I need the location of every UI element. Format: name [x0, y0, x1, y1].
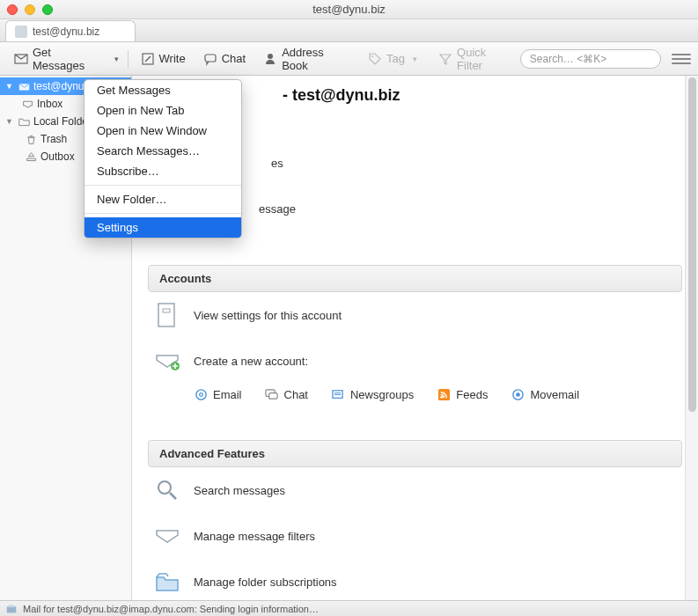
- trash-icon: [25, 133, 37, 145]
- row-manage-filters[interactable]: Manage message filters: [148, 513, 682, 559]
- svg-rect-7: [158, 304, 174, 326]
- movemail-icon: [511, 387, 525, 401]
- menu-search-messages[interactable]: Search Messages…: [84, 141, 241, 161]
- disclosure-triangle-icon[interactable]: ▼: [5, 82, 14, 91]
- activity-icon: [5, 603, 18, 615]
- tab-strip: test@dynu.biz: [0, 19, 698, 42]
- mail-account-icon: [18, 80, 30, 92]
- svg-point-4: [371, 55, 373, 57]
- envelope-icon: [14, 52, 28, 66]
- menu-open-new-window[interactable]: Open in New Window: [84, 121, 241, 141]
- outbox-icon: [25, 150, 37, 163]
- row-view-settings[interactable]: View settings for this account: [148, 292, 682, 338]
- svg-point-10: [195, 389, 205, 399]
- link-chat[interactable]: Chat: [265, 387, 308, 401]
- status-text: Mail for test@dynu.biz@imap.dynu.com: Se…: [23, 604, 319, 614]
- section-header-advanced: Advanced Features: [148, 440, 682, 467]
- link-email[interactable]: Email: [194, 387, 242, 401]
- search-placeholder: Search… <⌘K>: [530, 53, 606, 65]
- trash-label: Trash: [40, 133, 67, 145]
- svg-rect-15: [438, 388, 450, 400]
- address-book-button[interactable]: Address Book: [256, 42, 354, 76]
- rss-icon: [437, 387, 451, 401]
- manage-subs-label: Manage folder subscriptions: [194, 576, 337, 589]
- inbox-label: Inbox: [37, 98, 62, 110]
- svg-point-11: [199, 392, 202, 396]
- link-newsgroups[interactable]: Newsgroups: [331, 387, 414, 401]
- tab-account[interactable]: test@dynu.biz: [5, 20, 136, 41]
- svg-rect-21: [7, 606, 17, 612]
- menu-new-folder[interactable]: New Folder…: [84, 189, 241, 209]
- menu-subscribe[interactable]: Subscribe…: [84, 161, 241, 181]
- at-icon: [194, 387, 208, 401]
- newsgroup-icon: [331, 387, 345, 401]
- create-account-label: Create a new account:: [194, 355, 308, 368]
- folder-stack-icon: [153, 568, 181, 596]
- get-messages-dropdown[interactable]: ▾: [111, 55, 122, 63]
- section-header-accounts: Accounts: [148, 265, 682, 292]
- app-menu-button[interactable]: [672, 50, 691, 68]
- row-write-label: essage: [259, 202, 296, 216]
- magnifier-icon: [153, 476, 181, 504]
- scrollbar-thumb[interactable]: [688, 77, 696, 412]
- menu-settings[interactable]: Settings: [84, 217, 241, 238]
- toolbar-separator: [128, 50, 129, 68]
- view-settings-label: View settings for this account: [194, 309, 342, 322]
- tag-icon: [368, 52, 382, 66]
- menu-open-new-tab[interactable]: Open in New Tab: [84, 100, 241, 121]
- row-create-account: Create a new account:: [148, 338, 682, 384]
- account-type-links: Email Chat Newsgroups Feeds Movemail: [148, 384, 682, 407]
- chat-label: Chat: [222, 52, 246, 65]
- row-manage-subs[interactable]: Manage folder subscriptions: [148, 559, 682, 600]
- get-messages-button[interactable]: Get Messages: [7, 42, 107, 76]
- svg-rect-13: [269, 392, 277, 399]
- tab-label: test@dynu.biz: [33, 26, 99, 38]
- link-movemail[interactable]: Movemail: [511, 387, 579, 401]
- mail-icon: [15, 26, 27, 38]
- tag-label: Tag: [386, 52, 405, 65]
- main-toolbar: Get Messages ▾ Write Chat Address Book T…: [0, 42, 698, 76]
- chat-button[interactable]: Chat: [196, 48, 253, 70]
- svg-rect-22: [9, 605, 15, 607]
- pencil-icon: [141, 52, 155, 66]
- search-messages-label: Search messages: [194, 484, 285, 497]
- filters-icon: [153, 522, 181, 550]
- settings-icon: [153, 301, 181, 329]
- window-titlebar: test@dynu.biz: [0, 0, 698, 19]
- outbox-label: Outbox: [40, 150, 75, 163]
- row-search-messages[interactable]: Search messages: [148, 467, 682, 513]
- menu-get-messages[interactable]: Get Messages: [84, 80, 241, 100]
- svg-point-18: [516, 392, 520, 397]
- quick-filter-button[interactable]: Quick Filter: [431, 42, 517, 76]
- write-button[interactable]: Write: [134, 48, 193, 70]
- svg-point-3: [268, 54, 273, 59]
- manage-filters-label: Manage message filters: [194, 530, 315, 543]
- status-bar: Mail for test@dynu.biz@imap.dynu.com: Se…: [0, 600, 698, 616]
- inbox-icon: [21, 98, 33, 110]
- menu-separator: [84, 185, 241, 186]
- write-label: Write: [159, 52, 186, 65]
- folder-icon: [18, 115, 30, 128]
- get-messages-label: Get Messages: [33, 46, 100, 72]
- svg-rect-2: [205, 55, 216, 62]
- new-account-icon: [153, 347, 181, 375]
- svg-point-16: [440, 395, 443, 398]
- tag-button[interactable]: Tag ▾: [361, 48, 428, 70]
- vertical-scrollbar[interactable]: [685, 76, 698, 600]
- row-read-label: es: [271, 157, 283, 170]
- quick-filter-label: Quick Filter: [457, 46, 510, 72]
- link-feeds[interactable]: Feeds: [437, 387, 488, 401]
- menu-separator: [84, 213, 241, 214]
- account-context-menu: Get Messages Open in New Tab Open in New…: [84, 79, 242, 238]
- chevron-down-icon: ▾: [409, 55, 421, 63]
- svg-rect-8: [163, 309, 170, 312]
- window-title: test@dynu.biz: [0, 3, 698, 16]
- svg-point-19: [158, 481, 171, 494]
- search-input[interactable]: Search… <⌘K>: [520, 49, 661, 69]
- funnel-icon: [438, 52, 452, 66]
- chat-bubble-icon: [265, 387, 279, 401]
- person-icon: [263, 52, 277, 66]
- chat-icon: [203, 52, 217, 66]
- address-book-label: Address Book: [282, 46, 347, 72]
- disclosure-triangle-icon[interactable]: ▼: [5, 117, 14, 126]
